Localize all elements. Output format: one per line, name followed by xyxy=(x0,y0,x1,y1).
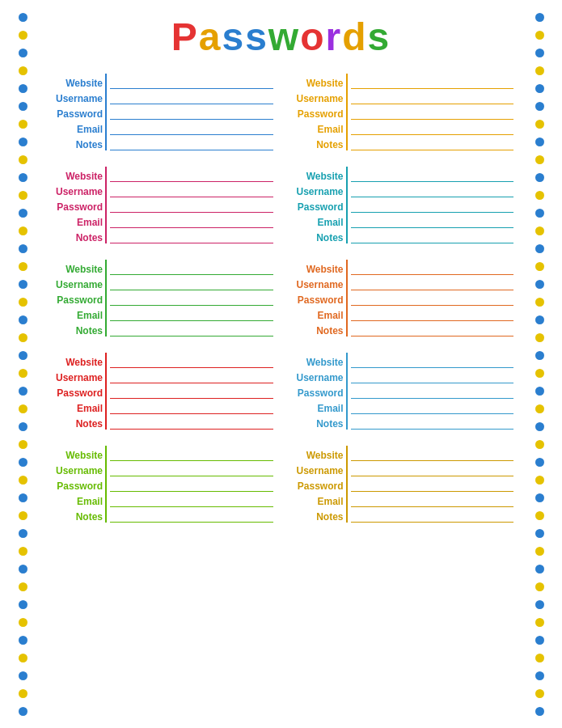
blue-dot xyxy=(535,244,544,253)
blue-dot xyxy=(535,671,544,680)
line-notes-0 xyxy=(110,135,273,150)
line-website-9 xyxy=(351,446,514,461)
underline-password-0 xyxy=(110,108,273,120)
blue-dot xyxy=(535,493,544,502)
page: Passwords WebsiteUsernamePasswordEmailNo… xyxy=(0,0,562,728)
line-website-2 xyxy=(110,167,273,182)
underline-username-3 xyxy=(351,186,514,197)
label-username-8: Username xyxy=(49,461,105,476)
line-email-4 xyxy=(110,306,273,321)
underline-website-6 xyxy=(110,357,273,368)
underline-username-9 xyxy=(351,465,514,476)
block-inner-4: WebsiteUsernamePasswordEmailNotes xyxy=(49,260,273,336)
row-gap-1 xyxy=(289,150,514,160)
yellow-dot xyxy=(19,547,27,556)
underline-email-0 xyxy=(110,124,273,135)
yellow-dot xyxy=(535,120,544,129)
label-password-6: Password xyxy=(49,383,105,399)
underline-notes-2 xyxy=(110,232,273,243)
labels-col-7: WebsiteUsernamePasswordEmailNotes xyxy=(289,353,346,430)
underline-notes-9 xyxy=(351,511,514,523)
line-email-3 xyxy=(351,213,514,228)
label-notes-9: Notes xyxy=(289,507,346,523)
blue-dot xyxy=(19,387,27,396)
label-password-3: Password xyxy=(289,197,346,213)
label-website-4: Website xyxy=(49,260,105,275)
underline-website-8 xyxy=(110,450,273,461)
label-password-0: Password xyxy=(49,104,105,120)
yellow-dot xyxy=(535,511,544,520)
block-inner-6: WebsiteUsernamePasswordEmailNotes xyxy=(49,353,273,430)
label-notes-0: Notes xyxy=(49,135,105,150)
blue-dot xyxy=(535,529,544,538)
blue-dot xyxy=(19,280,27,289)
blue-dot xyxy=(19,671,27,680)
underline-notes-1 xyxy=(351,139,514,150)
underline-password-7 xyxy=(351,387,514,399)
blue-dot xyxy=(19,458,27,467)
line-notes-7 xyxy=(351,414,514,430)
underline-username-6 xyxy=(110,372,273,383)
underline-notes-6 xyxy=(110,418,273,430)
blue-dot xyxy=(535,315,544,324)
yellow-dot xyxy=(535,298,544,307)
blue-dot xyxy=(535,102,544,111)
line-password-4 xyxy=(110,290,273,306)
block-inner-7: WebsiteUsernamePasswordEmailNotes xyxy=(289,353,514,430)
blue-dot xyxy=(19,636,27,645)
yellow-dot xyxy=(19,511,27,520)
underline-password-3 xyxy=(351,201,514,213)
blue-dot xyxy=(19,600,27,609)
label-email-6: Email xyxy=(49,399,105,414)
underline-password-2 xyxy=(110,201,273,213)
blue-dot xyxy=(535,387,544,396)
underline-email-7 xyxy=(351,403,514,414)
labels-col-5: WebsiteUsernamePasswordEmailNotes xyxy=(289,260,346,336)
yellow-dot xyxy=(19,226,27,235)
line-password-1 xyxy=(351,104,514,120)
blue-dot xyxy=(19,422,27,431)
lines-col-2 xyxy=(105,167,273,243)
yellow-dot xyxy=(535,31,544,40)
label-password-8: Password xyxy=(49,476,105,492)
line-username-0 xyxy=(110,89,273,104)
labels-col-8: WebsiteUsernamePasswordEmailNotes xyxy=(49,446,105,523)
lines-col-6 xyxy=(105,353,273,430)
label-website-6: Website xyxy=(49,353,105,368)
label-notes-6: Notes xyxy=(49,414,105,430)
underline-website-7 xyxy=(351,357,514,368)
underline-username-8 xyxy=(110,465,273,476)
row-gap-4 xyxy=(49,336,273,346)
label-email-5: Email xyxy=(289,306,346,321)
line-website-7 xyxy=(351,353,514,368)
underline-website-3 xyxy=(351,171,514,182)
yellow-dot xyxy=(535,191,544,200)
line-notes-5 xyxy=(351,321,514,336)
lines-col-8 xyxy=(105,446,273,523)
block-inner-2: WebsiteUsernamePasswordEmailNotes xyxy=(49,167,273,243)
yellow-dot xyxy=(19,191,27,200)
yellow-dot xyxy=(535,582,544,591)
row-gap-8 xyxy=(49,523,273,532)
underline-website-9 xyxy=(351,450,514,461)
label-notes-1: Notes xyxy=(289,135,346,150)
yellow-dot xyxy=(535,333,544,342)
underline-password-1 xyxy=(351,108,514,120)
yellow-dot xyxy=(535,476,544,485)
line-username-5 xyxy=(351,275,514,290)
blue-dot xyxy=(535,600,544,609)
underline-notes-8 xyxy=(110,511,273,523)
line-email-9 xyxy=(351,492,514,507)
blue-dot xyxy=(19,315,27,324)
lines-col-4 xyxy=(105,260,273,336)
entry-block-1: WebsiteUsernamePasswordEmailNotes xyxy=(289,74,514,160)
underline-email-8 xyxy=(110,496,273,507)
labels-col-6: WebsiteUsernamePasswordEmailNotes xyxy=(49,353,105,430)
entries-grid: WebsiteUsernamePasswordEmailNotesWebsite… xyxy=(49,74,513,539)
blue-dot xyxy=(535,13,544,22)
underline-notes-5 xyxy=(351,325,514,336)
label-username-1: Username xyxy=(289,89,346,104)
underline-email-5 xyxy=(351,310,514,321)
label-username-3: Username xyxy=(289,182,346,197)
line-email-6 xyxy=(110,399,273,414)
